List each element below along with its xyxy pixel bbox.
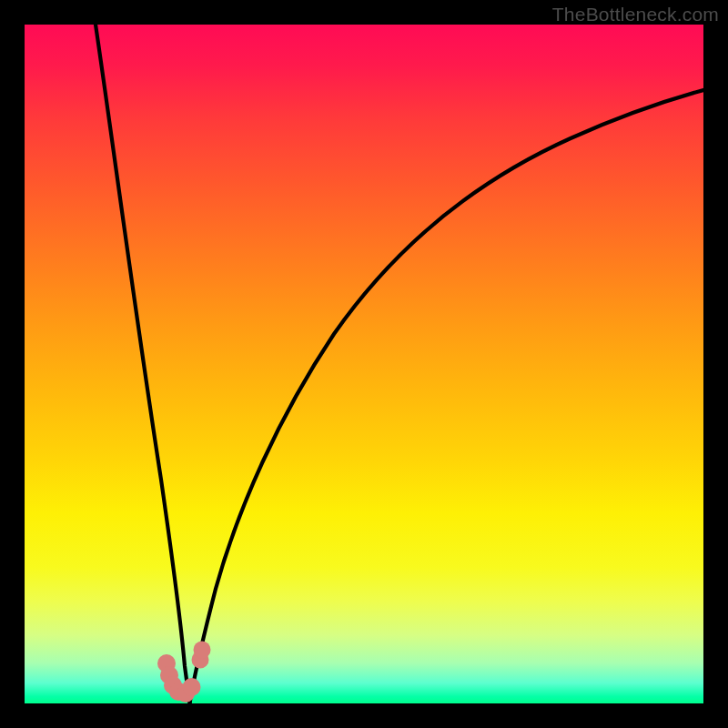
svg-point-7 [194, 642, 211, 659]
plot-area [25, 25, 703, 703]
chart-frame: TheBottleneck.com [0, 0, 728, 728]
curve-right [190, 90, 704, 703]
curve-overlay [25, 25, 703, 703]
svg-point-5 [183, 678, 201, 696]
curve-left [96, 25, 190, 703]
attribution-label: TheBottleneck.com [552, 4, 719, 25]
